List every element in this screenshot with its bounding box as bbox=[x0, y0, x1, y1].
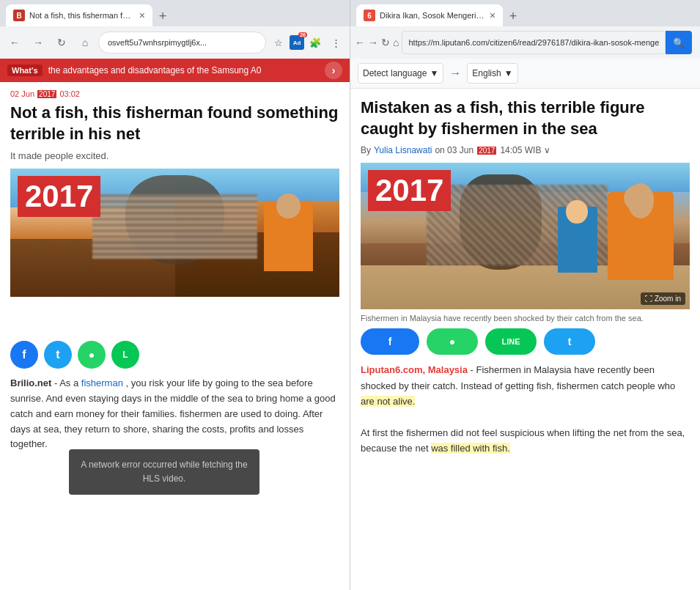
left-article-image: 2017 bbox=[10, 169, 339, 297]
left-social-buttons: f t ● L bbox=[10, 333, 339, 376]
right-brand: Liputan6.com, Malaysia bbox=[361, 364, 468, 375]
left-brand: Brilio.net bbox=[10, 377, 51, 388]
left-extensions-icon[interactable]: 🧩 bbox=[306, 33, 325, 52]
right-article-image: 2017 ⛶ Zoom in bbox=[361, 163, 690, 309]
left-address-bar-row: ← → ↻ ⌂ osveft5u7wnhsrpimygtlj6x... ☆ Ad… bbox=[0, 26, 350, 59]
right-search-icon: 🔍 bbox=[673, 37, 685, 48]
right-refresh-btn[interactable]: ↻ bbox=[381, 32, 390, 53]
right-search-btn[interactable]: 🔍 bbox=[666, 31, 692, 54]
left-article-date: 02 Jun 2017 03:02 bbox=[10, 89, 339, 98]
right-facebook-btn[interactable]: f bbox=[361, 328, 419, 355]
right-forward-btn[interactable]: → bbox=[368, 32, 378, 53]
detect-chevron-icon: ▼ bbox=[430, 68, 438, 78]
left-article-title: Not a fish, this fisherman found somethi… bbox=[10, 103, 339, 144]
right-line-btn[interactable]: LINE bbox=[485, 328, 537, 355]
right-article-byline: By Yulia Lisnawati on 03 Jun 2017 14:05 … bbox=[361, 145, 690, 155]
whats-new-arrow-btn[interactable]: › bbox=[325, 62, 342, 79]
left-whats-new-bar: What's the advantages and disadvantages … bbox=[0, 59, 350, 82]
left-tab-close[interactable]: × bbox=[139, 10, 145, 21]
left-error-overlay: A network error occurred while fetching … bbox=[69, 449, 259, 495]
left-refresh-btn[interactable]: ↻ bbox=[51, 32, 72, 53]
right-back-btn[interactable]: ← bbox=[355, 32, 365, 53]
left-active-tab[interactable]: B Not a fish, this fisherman found... × bbox=[6, 4, 152, 26]
right-highlight1: are not alive. bbox=[361, 396, 415, 407]
target-language-select[interactable]: English ▼ bbox=[467, 63, 517, 84]
right-person2-head bbox=[566, 200, 588, 224]
right-person-head bbox=[624, 185, 653, 211]
target-chevron-icon: ▼ bbox=[504, 68, 513, 78]
right-year-overlay: 2017 bbox=[368, 170, 451, 211]
right-whatsapp-icon: ● bbox=[449, 336, 455, 347]
right-author-link[interactable]: Yulia Lisnawati bbox=[374, 145, 432, 155]
whats-new-label: What's bbox=[7, 64, 43, 76]
left-forward-btn[interactable]: → bbox=[28, 32, 48, 53]
right-social-buttons: f ● LINE t bbox=[361, 328, 690, 355]
left-article-content: 02 Jun 2017 03:02 Not a fish, this fishe… bbox=[0, 82, 350, 590]
left-line-btn[interactable]: L bbox=[111, 341, 139, 369]
left-new-tab-btn[interactable]: + bbox=[152, 6, 173, 26]
left-tab-favicon: B bbox=[13, 10, 25, 21]
right-whatsapp-btn[interactable]: ● bbox=[427, 328, 478, 355]
left-toolbar-icons: ☆ Ad 26 🧩 ⋮ bbox=[269, 33, 345, 52]
right-article-title: Mistaken as a fish, this terrible figure… bbox=[361, 97, 690, 139]
left-person-head bbox=[276, 193, 301, 218]
left-person-figure bbox=[264, 201, 313, 271]
translate-arrow-icon: → bbox=[449, 67, 461, 80]
right-tab-favicon: 6 bbox=[364, 10, 375, 21]
right-new-tab-btn[interactable]: + bbox=[503, 6, 523, 26]
right-active-tab[interactable]: 6 Dikira Ikan, Sosok Mengerikan I... × bbox=[356, 4, 503, 26]
whats-new-text: the advantages and disadvantages of the … bbox=[48, 65, 319, 75]
left-year-badge: 2017 bbox=[37, 90, 56, 98]
left-back-btn[interactable]: ← bbox=[4, 32, 25, 53]
left-browser-panel: B Not a fish, this fisherman found... × … bbox=[0, 0, 350, 590]
right-line-icon: LINE bbox=[501, 337, 520, 346]
left-ext-icon[interactable]: Ad 26 bbox=[290, 35, 304, 50]
left-tab-bar: B Not a fish, this fisherman found... × … bbox=[0, 0, 350, 26]
right-address-input[interactable]: https://m.liputan6.com/citizen6/read/297… bbox=[402, 31, 666, 54]
right-tab-title: Dikira Ikan, Sosok Mengerikan I... bbox=[380, 11, 485, 20]
right-expand-icon[interactable]: ∨ bbox=[544, 145, 550, 155]
left-menu-icon[interactable]: ⋮ bbox=[326, 33, 345, 52]
right-address-bar-row: ← → ↻ ⌂ https://m.liputan6.com/citizen6/… bbox=[350, 26, 700, 59]
right-toolbar-icons: ☆ Ad 9 🧩 ⋮ bbox=[695, 33, 700, 52]
left-article-subtitle: It made people excited. bbox=[10, 150, 339, 161]
left-facebook-btn[interactable]: f bbox=[10, 341, 38, 369]
right-home-btn[interactable]: ⌂ bbox=[393, 32, 399, 53]
left-fisherman-link[interactable]: fisherman bbox=[81, 377, 123, 388]
left-address-input[interactable]: osveft5u7wnhsrpimygtlj6x... bbox=[98, 32, 266, 54]
left-star-icon[interactable]: ☆ bbox=[269, 33, 288, 52]
right-article-content: Mistaken as a fish, this terrible figure… bbox=[350, 89, 700, 590]
left-twitter-btn[interactable]: t bbox=[44, 341, 72, 369]
right-article-body: Liputan6.com, Malaysia - Fishermen in Ma… bbox=[361, 362, 690, 457]
zoom-in-badge[interactable]: ⛶ Zoom in bbox=[641, 292, 685, 305]
right-tab-close[interactable]: × bbox=[490, 10, 495, 21]
right-twitter-icon: t bbox=[568, 336, 572, 347]
right-facebook-icon: f bbox=[388, 336, 392, 347]
right-person2 bbox=[558, 207, 597, 273]
left-article-body: Brilio.net - As a fisherman , you risk y… bbox=[10, 376, 339, 583]
right-year-badge: 2017 bbox=[477, 147, 496, 155]
left-home-btn[interactable]: ⌂ bbox=[75, 32, 95, 53]
detect-language-select[interactable]: Detect language ▼ bbox=[358, 63, 443, 84]
left-whatsapp-btn[interactable]: ● bbox=[78, 341, 106, 369]
right-person-figure bbox=[608, 192, 674, 280]
left-twitter-icon: t bbox=[56, 348, 59, 361]
right-image-caption: Fishermen in Malaysia have recently been… bbox=[361, 314, 690, 322]
translate-bar: Detect language ▼ → English ▼ bbox=[350, 59, 700, 89]
left-censored-area bbox=[92, 194, 257, 259]
left-facebook-icon: f bbox=[22, 348, 26, 361]
left-line-icon: L bbox=[122, 350, 128, 360]
right-url-search-wrapper: https://m.liputan6.com/citizen6/read/297… bbox=[402, 31, 692, 54]
right-browser-panel: 6 Dikira Ikan, Sosok Mengerikan I... × +… bbox=[350, 0, 700, 590]
right-star-icon[interactable]: ☆ bbox=[695, 33, 700, 52]
right-highlight2: was filled with fish. bbox=[431, 443, 510, 454]
left-gap-area bbox=[10, 297, 339, 333]
left-whatsapp-icon: ● bbox=[89, 349, 95, 361]
right-twitter-btn[interactable]: t bbox=[544, 328, 595, 355]
left-year-overlay: 2017 bbox=[18, 176, 100, 217]
left-tab-title: Not a fish, this fisherman found... bbox=[29, 11, 135, 20]
right-tab-bar: 6 Dikira Ikan, Sosok Mengerikan I... × + bbox=[350, 0, 700, 26]
zoom-icon: ⛶ bbox=[645, 295, 652, 303]
